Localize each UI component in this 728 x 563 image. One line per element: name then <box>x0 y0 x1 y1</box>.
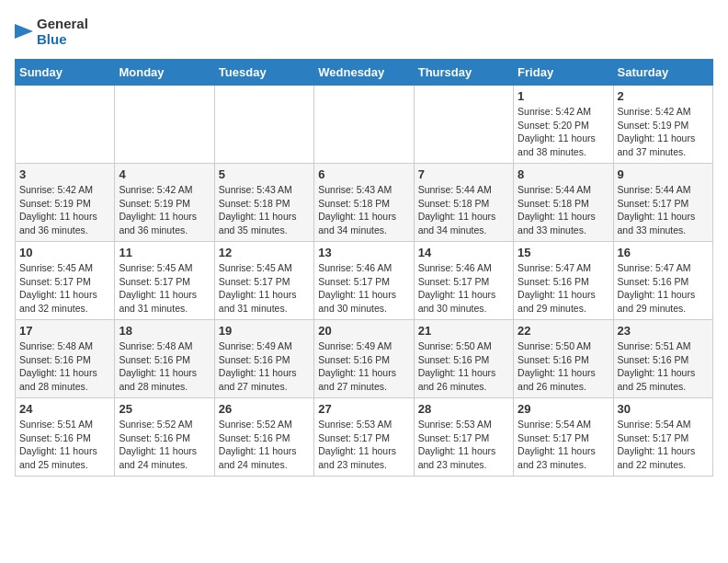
logo-blue: Blue <box>37 31 88 47</box>
day-number: 4 <box>119 167 210 181</box>
day-number: 3 <box>19 167 110 181</box>
day-number: 28 <box>418 402 509 416</box>
day-info: Sunrise: 5:45 AM Sunset: 5:17 PM Dayligh… <box>119 261 210 316</box>
calendar-cell: 10Sunrise: 5:45 AM Sunset: 5:17 PM Dayli… <box>16 242 115 320</box>
day-info: Sunrise: 5:42 AM Sunset: 5:19 PM Dayligh… <box>19 183 110 237</box>
calendar-week-row: 3Sunrise: 5:42 AM Sunset: 5:19 PM Daylig… <box>16 164 713 242</box>
weekday-header: Sunday <box>16 60 115 86</box>
calendar-week-row: 24Sunrise: 5:51 AM Sunset: 5:16 PM Dayli… <box>16 398 713 477</box>
day-info: Sunrise: 5:48 AM Sunset: 5:16 PM Dayligh… <box>119 339 210 394</box>
calendar-cell: 25Sunrise: 5:52 AM Sunset: 5:16 PM Dayli… <box>115 398 214 477</box>
weekday-header: Friday <box>514 60 613 86</box>
calendar-cell: 20Sunrise: 5:49 AM Sunset: 5:16 PM Dayli… <box>314 320 414 398</box>
day-number: 10 <box>19 246 110 259</box>
day-number: 6 <box>318 167 409 181</box>
calendar-cell: 3Sunrise: 5:42 AM Sunset: 5:19 PM Daylig… <box>16 164 115 242</box>
calendar-week-row: 1Sunrise: 5:42 AM Sunset: 5:20 PM Daylig… <box>16 86 713 164</box>
day-info: Sunrise: 5:42 AM Sunset: 5:19 PM Dayligh… <box>618 105 709 159</box>
day-number: 19 <box>219 324 310 338</box>
day-info: Sunrise: 5:47 AM Sunset: 5:16 PM Dayligh… <box>618 261 709 316</box>
day-info: Sunrise: 5:53 AM Sunset: 5:17 PM Dayligh… <box>318 418 409 472</box>
calendar-cell <box>115 86 214 164</box>
calendar-cell: 6Sunrise: 5:43 AM Sunset: 5:18 PM Daylig… <box>314 164 414 242</box>
day-info: Sunrise: 5:49 AM Sunset: 5:16 PM Dayligh… <box>219 339 310 394</box>
day-info: Sunrise: 5:51 AM Sunset: 5:16 PM Dayligh… <box>618 339 709 394</box>
day-info: Sunrise: 5:46 AM Sunset: 5:17 PM Dayligh… <box>318 261 409 316</box>
weekday-header-row: SundayMondayTuesdayWednesdayThursdayFrid… <box>16 60 713 86</box>
day-info: Sunrise: 5:45 AM Sunset: 5:17 PM Dayligh… <box>219 261 310 316</box>
weekday-header: Wednesday <box>314 60 414 86</box>
logo-arrow-icon <box>15 15 33 48</box>
day-number: 1 <box>518 89 609 103</box>
day-number: 24 <box>19 402 110 416</box>
day-number: 13 <box>318 246 409 259</box>
day-number: 7 <box>418 167 509 181</box>
calendar: SundayMondayTuesdayWednesdayThursdayFrid… <box>15 59 713 477</box>
calendar-cell: 9Sunrise: 5:44 AM Sunset: 5:17 PM Daylig… <box>613 164 712 242</box>
svg-marker-0 <box>15 24 33 39</box>
calendar-cell <box>314 86 414 164</box>
weekday-header: Thursday <box>414 60 513 86</box>
calendar-cell <box>414 86 513 164</box>
calendar-cell: 22Sunrise: 5:50 AM Sunset: 5:16 PM Dayli… <box>514 320 613 398</box>
calendar-cell: 11Sunrise: 5:45 AM Sunset: 5:17 PM Dayli… <box>115 242 214 320</box>
day-number: 29 <box>518 402 609 416</box>
day-number: 26 <box>219 402 310 416</box>
day-number: 30 <box>618 402 709 416</box>
day-info: Sunrise: 5:48 AM Sunset: 5:16 PM Dayligh… <box>19 339 110 394</box>
calendar-cell: 28Sunrise: 5:53 AM Sunset: 5:17 PM Dayli… <box>414 398 513 477</box>
calendar-cell: 19Sunrise: 5:49 AM Sunset: 5:16 PM Dayli… <box>214 320 313 398</box>
day-info: Sunrise: 5:45 AM Sunset: 5:17 PM Dayligh… <box>19 261 110 316</box>
calendar-cell: 7Sunrise: 5:44 AM Sunset: 5:18 PM Daylig… <box>414 164 513 242</box>
calendar-cell <box>214 86 313 164</box>
calendar-cell: 5Sunrise: 5:43 AM Sunset: 5:18 PM Daylig… <box>214 164 313 242</box>
day-info: Sunrise: 5:49 AM Sunset: 5:16 PM Dayligh… <box>318 339 409 394</box>
day-info: Sunrise: 5:50 AM Sunset: 5:16 PM Dayligh… <box>518 339 609 394</box>
calendar-cell: 29Sunrise: 5:54 AM Sunset: 5:17 PM Dayli… <box>514 398 613 477</box>
calendar-cell: 30Sunrise: 5:54 AM Sunset: 5:17 PM Dayli… <box>613 398 712 477</box>
day-number: 22 <box>518 324 609 338</box>
calendar-cell: 16Sunrise: 5:47 AM Sunset: 5:16 PM Dayli… <box>613 242 712 320</box>
day-number: 12 <box>219 246 310 259</box>
page-header: GeneralBlue <box>15 15 713 48</box>
weekday-header: Tuesday <box>214 60 313 86</box>
day-info: Sunrise: 5:51 AM Sunset: 5:16 PM Dayligh… <box>19 418 110 472</box>
day-info: Sunrise: 5:47 AM Sunset: 5:16 PM Dayligh… <box>518 261 609 316</box>
calendar-cell: 26Sunrise: 5:52 AM Sunset: 5:16 PM Dayli… <box>214 398 313 477</box>
day-info: Sunrise: 5:44 AM Sunset: 5:18 PM Dayligh… <box>418 183 509 237</box>
day-info: Sunrise: 5:44 AM Sunset: 5:17 PM Dayligh… <box>618 183 709 237</box>
day-info: Sunrise: 5:52 AM Sunset: 5:16 PM Dayligh… <box>119 418 210 472</box>
day-number: 23 <box>618 324 709 338</box>
calendar-cell: 14Sunrise: 5:46 AM Sunset: 5:17 PM Dayli… <box>414 242 513 320</box>
day-info: Sunrise: 5:44 AM Sunset: 5:18 PM Dayligh… <box>518 183 609 237</box>
weekday-header: Saturday <box>613 60 712 86</box>
day-info: Sunrise: 5:54 AM Sunset: 5:17 PM Dayligh… <box>618 418 709 472</box>
calendar-cell: 12Sunrise: 5:45 AM Sunset: 5:17 PM Dayli… <box>214 242 313 320</box>
calendar-cell <box>16 86 115 164</box>
calendar-cell: 18Sunrise: 5:48 AM Sunset: 5:16 PM Dayli… <box>115 320 214 398</box>
calendar-cell: 13Sunrise: 5:46 AM Sunset: 5:17 PM Dayli… <box>314 242 414 320</box>
calendar-cell: 23Sunrise: 5:51 AM Sunset: 5:16 PM Dayli… <box>613 320 712 398</box>
day-info: Sunrise: 5:52 AM Sunset: 5:16 PM Dayligh… <box>219 418 310 472</box>
calendar-week-row: 10Sunrise: 5:45 AM Sunset: 5:17 PM Dayli… <box>16 242 713 320</box>
day-number: 21 <box>418 324 509 338</box>
calendar-cell: 24Sunrise: 5:51 AM Sunset: 5:16 PM Dayli… <box>16 398 115 477</box>
calendar-cell: 15Sunrise: 5:47 AM Sunset: 5:16 PM Dayli… <box>514 242 613 320</box>
calendar-week-row: 17Sunrise: 5:48 AM Sunset: 5:16 PM Dayli… <box>16 320 713 398</box>
day-number: 15 <box>518 246 609 259</box>
weekday-header: Monday <box>115 60 214 86</box>
day-info: Sunrise: 5:46 AM Sunset: 5:17 PM Dayligh… <box>418 261 509 316</box>
day-number: 16 <box>618 246 709 259</box>
calendar-cell: 8Sunrise: 5:44 AM Sunset: 5:18 PM Daylig… <box>514 164 613 242</box>
day-info: Sunrise: 5:54 AM Sunset: 5:17 PM Dayligh… <box>518 418 609 472</box>
day-info: Sunrise: 5:53 AM Sunset: 5:17 PM Dayligh… <box>418 418 509 472</box>
day-info: Sunrise: 5:43 AM Sunset: 5:18 PM Dayligh… <box>219 183 310 237</box>
calendar-cell: 1Sunrise: 5:42 AM Sunset: 5:20 PM Daylig… <box>514 86 613 164</box>
day-info: Sunrise: 5:42 AM Sunset: 5:20 PM Dayligh… <box>518 105 609 159</box>
day-number: 11 <box>119 246 210 259</box>
logo: GeneralBlue <box>15 15 88 48</box>
day-number: 2 <box>618 89 709 103</box>
day-info: Sunrise: 5:42 AM Sunset: 5:19 PM Dayligh… <box>119 183 210 237</box>
day-number: 8 <box>518 167 609 181</box>
day-number: 14 <box>418 246 509 259</box>
